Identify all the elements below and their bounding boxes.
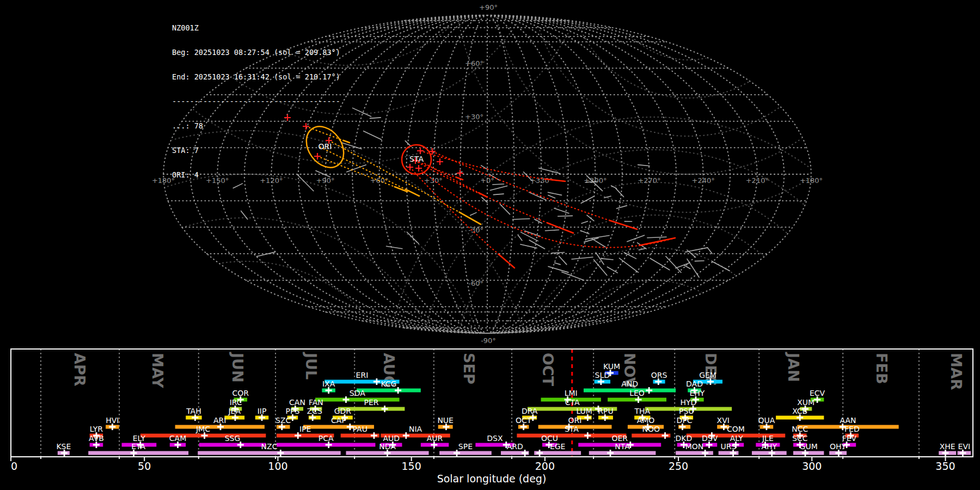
- begin-time-line: Beg: 20251023 08:27:54 (sol = 209.83°): [172, 48, 340, 57]
- svg-text:GDR: GDR: [334, 407, 352, 415]
- svg-text:JEA: JEA: [228, 407, 241, 415]
- svg-text:CAN: CAN: [289, 398, 305, 407]
- shower-bar-hvi: HVI: [106, 416, 119, 430]
- svg-text:XHE: XHE: [940, 442, 955, 451]
- svg-text:HYD: HYD: [681, 398, 697, 407]
- svg-text:EVI: EVI: [958, 442, 971, 451]
- svg-text:GEM: GEM: [699, 371, 716, 379]
- svg-text:COM: COM: [727, 425, 745, 433]
- svg-text:NTA: NTA: [615, 442, 630, 451]
- svg-text:SPE: SPE: [458, 442, 473, 451]
- svg-text:XCB: XCB: [792, 407, 807, 415]
- svg-text:PSU: PSU: [679, 407, 694, 415]
- month-label-jun: JUN: [229, 352, 246, 383]
- svg-text:SSG: SSG: [225, 434, 241, 443]
- svg-text:OCU: OCU: [541, 434, 558, 443]
- svg-text:+210°: +210°: [746, 176, 769, 185]
- svg-text:IRC: IRC: [230, 398, 242, 407]
- x-tick-0: 0: [11, 460, 17, 472]
- svg-text:IIP: IIP: [258, 407, 267, 415]
- meteor-radiant-tool-screen: +90°+60°+30°-30°-60°-90°+180°+150°+120°+…: [0, 0, 980, 490]
- svg-text:+180°: +180°: [152, 176, 175, 185]
- month-labels: APRMAYJUNJULAUGSEPOCTNOVDECJANFEBMAR: [71, 352, 965, 390]
- svg-text:GUM: GUM: [800, 442, 818, 451]
- shower-bar-sld: SLD: [595, 371, 610, 385]
- shower-bar-xhe: XHE: [939, 442, 956, 456]
- svg-text:DRA: DRA: [522, 407, 538, 415]
- shower-bar-xcb: XCB: [776, 407, 824, 421]
- svg-text:AHY: AHY: [761, 442, 777, 451]
- x-tick-350: 350: [935, 460, 955, 472]
- svg-text:IXA: IXA: [322, 379, 335, 388]
- svg-text:-30°: -30°: [468, 226, 483, 234]
- shower-bar-dpc: DPC: [677, 416, 693, 430]
- svg-text:PCA: PCA: [318, 434, 334, 443]
- svg-text:ERI: ERI: [356, 371, 369, 379]
- x-tick-100: 100: [268, 460, 287, 472]
- svg-text:LMI: LMI: [565, 389, 578, 397]
- svg-text:SLD: SLD: [595, 371, 610, 379]
- month-label-jul: JUL: [303, 352, 320, 379]
- svg-text:AUD: AUD: [383, 434, 400, 443]
- svg-text:URS: URS: [721, 442, 737, 451]
- shower-bar-szc: SZC: [275, 416, 291, 430]
- month-label-feb: FEB: [873, 353, 890, 384]
- svg-text:CTA: CTA: [565, 398, 580, 407]
- x-tick-200: 200: [535, 460, 555, 472]
- month-label-jan: JAN: [785, 352, 802, 382]
- x-tick-250: 250: [669, 460, 688, 472]
- svg-text:RPU: RPU: [598, 407, 613, 415]
- svg-text:+90°: +90°: [479, 3, 498, 11]
- svg-text:NCC: NCC: [792, 425, 808, 433]
- month-label-apr: APR: [71, 353, 88, 387]
- shower-bar-ege: EGE: [534, 442, 581, 456]
- shower-bar-nue: NUE: [437, 416, 454, 430]
- x-tick-50: 50: [138, 460, 151, 472]
- observation-info-panel: NZ001Z Beg: 20251023 08:27:54 (sol = 209…: [172, 8, 340, 195]
- svg-text:JLE: JLE: [762, 434, 774, 443]
- svg-text:ARD: ARD: [507, 442, 523, 451]
- month-label-sep: SEP: [461, 353, 477, 384]
- svg-text:AVB: AVB: [89, 434, 104, 443]
- svg-text:FEV: FEV: [842, 434, 857, 443]
- shower-bar-ohy: OHY: [829, 442, 847, 456]
- svg-text:XVI: XVI: [717, 416, 730, 425]
- svg-text:-60°: -60°: [468, 279, 483, 287]
- svg-text:NDA: NDA: [379, 442, 396, 451]
- svg-text:OER: OER: [611, 434, 628, 443]
- svg-text:ALY: ALY: [730, 434, 744, 443]
- shower-bar-zcs: ZCS: [307, 407, 322, 421]
- svg-text:ORI: ORI: [568, 416, 582, 425]
- shower-bar-kse: KSE: [56, 442, 71, 456]
- shower-bar-avb: AVB: [89, 434, 104, 448]
- svg-text:ETA: ETA: [131, 442, 145, 451]
- svg-text:ARI: ARI: [213, 416, 226, 425]
- svg-text:EHY: EHY: [689, 389, 705, 397]
- shower-bar-urs: URS: [719, 442, 739, 456]
- svg-text:COR: COR: [232, 389, 249, 397]
- svg-text:+180°: +180°: [800, 176, 823, 185]
- svg-text:NUE: NUE: [437, 416, 454, 425]
- svg-text:LEO: LEO: [629, 389, 645, 397]
- svg-text:XUM: XUM: [797, 398, 814, 407]
- svg-text:SZC: SZC: [275, 416, 291, 425]
- svg-text:FAN: FAN: [309, 398, 323, 407]
- svg-text:-90°: -90°: [481, 336, 496, 344]
- svg-text:TAH: TAH: [186, 407, 201, 415]
- svg-text:AAN: AAN: [840, 416, 856, 425]
- shower-bar-dsv: DSV: [702, 434, 718, 448]
- svg-text:DPC: DPC: [677, 416, 693, 425]
- svg-text:DSV: DSV: [702, 434, 718, 443]
- svg-text:KUM: KUM: [603, 362, 620, 371]
- month-label-oct: OCT: [540, 353, 556, 387]
- shower-bar-ixa: IXA: [322, 379, 335, 394]
- shower-bar-evi: EVI: [958, 442, 971, 456]
- svg-text:DKD: DKD: [676, 434, 693, 443]
- shower-bar-rpu: RPU: [598, 407, 613, 421]
- shower-bar-cam: CAM: [169, 434, 186, 448]
- month-label-mar: MAR: [948, 353, 965, 390]
- count-unclassified: ...: 78: [172, 122, 340, 130]
- svg-text:DSX: DSX: [487, 434, 503, 443]
- svg-text:EGE: EGE: [550, 442, 566, 451]
- shower-bar-iip: IIP: [255, 407, 269, 421]
